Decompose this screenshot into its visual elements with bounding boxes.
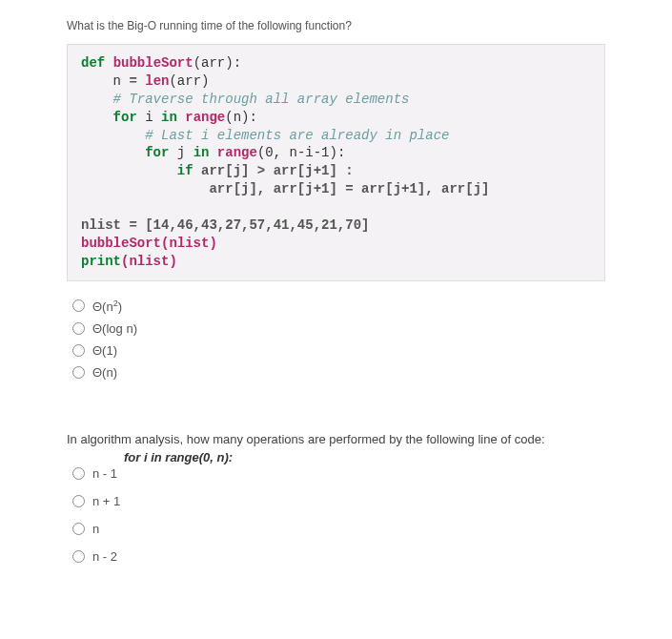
radio-icon — [72, 299, 85, 312]
option-label: Θ(n) — [92, 365, 117, 380]
code-text: (arr) — [169, 73, 209, 89]
q2-options: n - 1 n + 1 n n - 2 — [72, 466, 605, 564]
q1-code-block: def bubbleSort(arr): n = len(arr) # Trav… — [67, 44, 605, 281]
option-label: n — [92, 522, 99, 536]
code-text: (0, n-i-1): — [257, 145, 345, 160]
code-text: arr[j], arr[j+1] = arr[j+1], arr[j] — [209, 181, 489, 196]
radio-icon — [72, 366, 85, 379]
kw-def: def — [81, 55, 105, 71]
call-bubblesort: bubbleSort(nlist) — [81, 236, 217, 251]
radio-icon — [72, 344, 85, 357]
code-text: (arr): — [193, 55, 241, 71]
q2-option-c[interactable]: n — [72, 522, 605, 536]
var-n: n — [113, 73, 121, 89]
nlist-assign: nlist = [14,46,43,27,57,41,45,21,70] — [81, 217, 369, 233]
kw-print: print — [81, 254, 121, 269]
comment: # Traverse through all array elements — [113, 92, 410, 107]
fn-range: range — [177, 110, 225, 125]
q1-options: Θ(n2) Θ(log n) Θ(1) Θ(n) — [72, 299, 605, 380]
kw-if: if — [177, 163, 193, 178]
option-label: n + 1 — [92, 494, 120, 508]
code-text: i — [137, 110, 161, 125]
q1-prompt: What is the Big-O running time of the fo… — [67, 19, 605, 32]
option-label: n - 1 — [92, 466, 117, 481]
q1-option-a[interactable]: Θ(n2) — [72, 299, 605, 314]
fn-bubblesort: bubbleSort — [113, 55, 193, 71]
q2-option-a[interactable]: n - 1 — [72, 466, 605, 481]
kw-for: for — [145, 145, 169, 160]
code-text: arr[j] > arr[j+1] : — [193, 163, 354, 178]
fn-len: len — [145, 73, 169, 89]
radio-icon — [72, 467, 85, 480]
q2-code-line: for i in range(0, n): — [124, 450, 605, 464]
q1-option-d[interactable]: Θ(n) — [72, 365, 605, 380]
q2-prompt: In algorithm analysis, how many operatio… — [67, 432, 605, 446]
q1-option-b[interactable]: Θ(log n) — [72, 321, 605, 336]
radio-icon — [72, 322, 85, 335]
option-label: Θ(n2) — [92, 299, 122, 314]
radio-icon — [72, 550, 85, 563]
option-label: n - 2 — [92, 549, 117, 564]
code-text: j — [169, 145, 193, 160]
op-eq: = — [121, 73, 145, 89]
q2-option-d[interactable]: n - 2 — [72, 549, 605, 564]
option-label: Θ(log n) — [92, 321, 137, 336]
kw-for: for — [113, 110, 137, 125]
code-text: (n): — [225, 110, 257, 125]
kw-in: in — [193, 145, 210, 160]
radio-icon — [72, 523, 85, 535]
kw-in: in — [161, 110, 177, 125]
q1-option-c[interactable]: Θ(1) — [72, 343, 605, 358]
option-label: Θ(1) — [92, 343, 117, 358]
radio-icon — [72, 495, 85, 507]
print-arg: (nlist) — [121, 254, 177, 269]
fn-range: range — [209, 145, 256, 160]
q2-option-b[interactable]: n + 1 — [72, 494, 605, 508]
comment: # Last i elements are already in place — [145, 128, 449, 143]
